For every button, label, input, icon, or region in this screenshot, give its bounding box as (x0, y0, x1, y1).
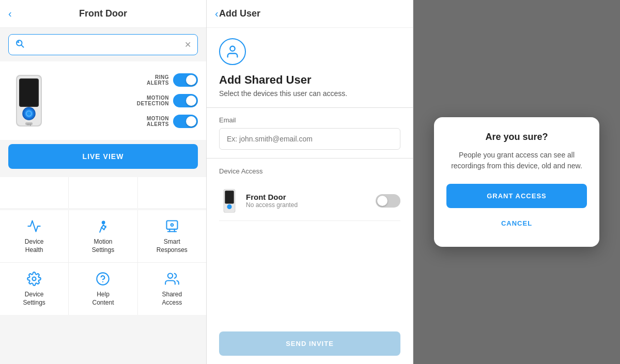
sidebar-item-shared-access[interactable]: SharedAccess (138, 263, 206, 315)
motion-detection-label: MOTIONDETECTION (58, 95, 169, 106)
device-settings-label: DeviceSettings (23, 291, 45, 307)
search-clear-icon[interactable]: ✕ (184, 40, 191, 50)
panel-1-header: ‹ Front Door (0, 0, 206, 28)
menu-item-placeholder-3[interactable] (138, 177, 206, 208)
add-user-subtitle: Select the devices this user can access. (207, 89, 413, 107)
device-thumbnail (219, 185, 240, 216)
svg-text:ring: ring (27, 123, 32, 126)
divider-2 (207, 158, 413, 159)
ring-alerts-toggle[interactable] (173, 73, 198, 87)
menu-item-placeholder-1[interactable] (0, 177, 68, 208)
device-health-icon (26, 218, 42, 234)
svg-rect-8 (20, 80, 38, 106)
svg-line-1 (21, 45, 23, 47)
confirm-text: People you grant access can see all reco… (446, 150, 587, 171)
svg-point-16 (171, 224, 173, 226)
email-section: Email (207, 108, 413, 158)
device-info: Front Door No access granted (246, 193, 369, 209)
svg-point-21 (230, 46, 235, 51)
panel-2-title: Add User (219, 8, 260, 19)
panel-confirm: Are you sure? People you grant access ca… (413, 0, 620, 364)
svg-rect-24 (225, 191, 234, 203)
motion-detection-row: MOTIONDETECTION (58, 94, 198, 107)
panel-front-door: ‹ Front Door ✕ (0, 0, 207, 364)
device-access-label: Device Access (219, 167, 400, 175)
back-button-panel2[interactable]: ‹ (215, 8, 219, 20)
motion-settings-label: MotionSettings (92, 238, 114, 254)
add-shared-user-title: Add Shared User (207, 69, 413, 89)
user-icon-container (207, 28, 413, 69)
ring-alerts-row: RINGALERTS (58, 73, 198, 87)
top-menu-row (0, 177, 206, 208)
device-access-section: Device Access Front Door No access grant… (207, 159, 413, 225)
panel-2-header: ‹ Add User (207, 0, 413, 28)
search-input[interactable] (28, 41, 180, 49)
device-image: ring (8, 70, 50, 132)
menu-item-placeholder-2[interactable] (69, 177, 137, 208)
shared-access-label: SharedAccess (162, 291, 182, 307)
user-avatar-icon (219, 38, 246, 65)
cancel-button[interactable]: CANCEL (446, 214, 587, 232)
motion-alerts-label: MOTIONALERTS (58, 116, 169, 127)
sidebar-item-motion-settings[interactable]: MotionSettings (69, 210, 137, 262)
search-icon (15, 39, 24, 51)
back-button-panel1[interactable]: ‹ (8, 8, 12, 20)
email-field-label: Email (219, 116, 400, 124)
sidebar-item-smart-responses[interactable]: SmartResponses (138, 210, 206, 262)
device-access-toggle[interactable] (376, 194, 400, 208)
svg-point-25 (227, 204, 231, 209)
device-status: No access granted (246, 201, 369, 209)
motion-detection-toggle[interactable] (173, 94, 198, 107)
grant-access-button[interactable]: GRANT ACCESS (446, 184, 587, 208)
motion-alerts-row: MOTIONALERTS (58, 115, 198, 128)
motion-settings-icon (95, 218, 111, 234)
search-bar[interactable]: ✕ (8, 34, 198, 55)
sidebar-item-device-health[interactable]: DeviceHealth (0, 210, 68, 262)
device-section: ring RINGALERTS MOTIONDETECTION MOTIONAL… (0, 61, 206, 140)
device-name: Front Door (246, 193, 369, 201)
help-content-icon (95, 271, 111, 287)
confirm-dialog: Are you sure? People you grant access ca… (434, 117, 599, 247)
toggles-section: RINGALERTS MOTIONDETECTION MOTIONALERTS (58, 73, 198, 128)
panel-add-user: ‹ Add User Add Shared User Select the de… (207, 0, 413, 364)
device-health-label: DeviceHealth (25, 238, 44, 254)
email-input[interactable] (219, 128, 400, 150)
svg-point-18 (97, 273, 109, 285)
svg-point-17 (33, 277, 36, 281)
help-content-label: HelpContent (92, 291, 114, 307)
panel-1-title: Front Door (79, 8, 127, 19)
live-view-button[interactable]: LIVE VIEW (8, 144, 198, 169)
ring-alerts-label: RINGALERTS (58, 74, 169, 86)
shared-access-icon (164, 271, 180, 287)
menu-grid: DeviceHealth MotionSettings (0, 210, 206, 315)
confirm-title: Are you sure? (446, 132, 587, 143)
smart-responses-icon (164, 218, 180, 234)
svg-rect-15 (166, 221, 177, 229)
send-invite-button[interactable]: SEND INVITE (219, 331, 400, 356)
smart-responses-label: SmartResponses (157, 238, 188, 254)
svg-point-20 (168, 274, 173, 278)
device-row: Front Door No access granted (219, 181, 400, 221)
motion-alerts-toggle[interactable] (173, 115, 198, 128)
sidebar-item-help-content[interactable]: HelpContent (69, 263, 137, 315)
device-settings-icon (26, 271, 42, 287)
sidebar-item-device-settings[interactable]: DeviceSettings (0, 263, 68, 315)
svg-point-14 (102, 221, 105, 224)
